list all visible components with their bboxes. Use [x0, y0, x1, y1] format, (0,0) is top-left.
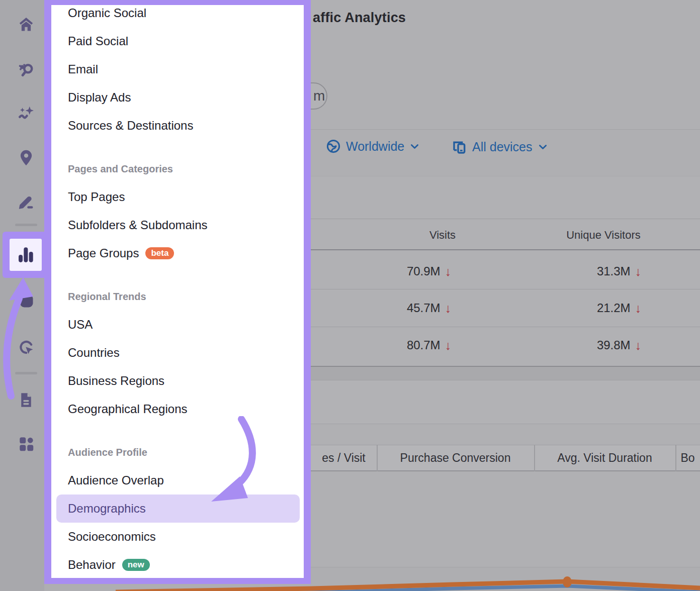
menu-item-label: Business Regions	[68, 374, 164, 388]
table-row-divider	[304, 327, 700, 327]
column-divider	[377, 445, 378, 471]
menu-item-label: Countries	[68, 346, 120, 360]
menu-item-email[interactable]: Email	[51, 55, 304, 83]
location-pin-icon	[17, 149, 35, 167]
menu-item-label: Email	[68, 62, 98, 76]
menu-item-page-groups[interactable]: Page Groups beta	[51, 239, 304, 267]
metric-value: 31.3M	[597, 264, 631, 278]
menu-item-label: Socioeconomics	[68, 530, 156, 544]
menu-item-label: Paid Social	[68, 34, 128, 48]
column-header-visits[interactable]: Visits	[392, 228, 493, 243]
menu-item-label: Organic Social	[68, 6, 146, 20]
trend-down-icon: ↓	[635, 301, 642, 316]
sidebar-item-ai[interactable]	[17, 103, 35, 121]
apps-grid-icon	[17, 435, 35, 453]
active-nav-inner	[10, 239, 42, 271]
menu-item-subfolders-subdomains[interactable]: Subfolders & Subdomains	[51, 211, 304, 239]
table-header-bottom-border	[304, 249, 700, 250]
sidebar-item-apps[interactable]	[17, 435, 35, 453]
page-title: affic Analytics	[313, 10, 406, 26]
location-filter[interactable]: Worldwide	[326, 139, 420, 154]
menu-item-label: USA	[68, 318, 93, 332]
menu-item-business-regions[interactable]: Business Regions	[51, 367, 304, 395]
menu-item-socioeconomics[interactable]: Socioeconomics	[51, 523, 304, 551]
trend-down-icon: ↓	[635, 338, 642, 353]
column-header-pages-per-visit[interactable]: es / Visit	[311, 445, 377, 471]
menu-section-label: Pages and Categories	[68, 163, 173, 175]
menu-section-label: Audience Profile	[68, 447, 147, 458]
menu-item-label: Geographical Regions	[68, 402, 187, 416]
menu-item-countries[interactable]: Countries	[51, 339, 304, 367]
new-badge: new	[122, 559, 150, 571]
metric-value: 21.2M	[597, 301, 631, 315]
menu-item-label: Page Groups	[68, 246, 139, 260]
menu-item-label: Behavior	[68, 558, 116, 572]
chevron-down-icon	[409, 141, 420, 152]
menu-item-behavior[interactable]: Behavior new	[51, 551, 304, 579]
menu-item-usa[interactable]: USA	[51, 311, 304, 339]
active-nav-highlight-traffic-analytics[interactable]	[3, 232, 49, 278]
table-row-divider	[304, 289, 700, 289]
content-pencil-icon	[17, 191, 35, 210]
domain-chip-label: m	[313, 88, 325, 104]
column-header-purchase-conversion[interactable]: Purchase Conversion	[377, 445, 534, 471]
table-header-top-border	[304, 219, 700, 219]
menu-item-label: Top Pages	[68, 190, 125, 204]
trend-down-icon: ↓	[445, 338, 452, 353]
column-divider	[675, 445, 676, 471]
seo-search-icon	[17, 61, 35, 79]
sidebar-item-content[interactable]	[17, 191, 35, 210]
menu-item-top-pages[interactable]: Top Pages	[51, 183, 304, 211]
all-devices-icon	[451, 139, 467, 155]
table-cell-unique-visitors: 39.8M ↓	[564, 337, 674, 354]
chart-point-marker[interactable]	[563, 576, 572, 587]
devices-filter-label: All devices	[472, 140, 533, 154]
sidebar-item-local[interactable]	[17, 149, 35, 167]
column-header-avg-visit-duration[interactable]: Avg. Visit Duration	[534, 445, 675, 471]
menu-item-label: Display Ads	[68, 90, 131, 105]
menu-section-regional-trends: Regional Trends	[51, 282, 304, 311]
ai-sparkles-icon	[17, 103, 35, 121]
table-cell-visits: 80.7M ↓	[374, 337, 484, 354]
globe-icon	[326, 139, 341, 154]
annotation-arrow-to-traffic-icon	[0, 276, 50, 402]
trend-down-icon: ↓	[445, 301, 452, 316]
trend-down-icon: ↓	[445, 264, 452, 279]
location-filter-label: Worldwide	[346, 139, 404, 154]
annotation-arrow-to-demographics	[199, 416, 267, 512]
chevron-down-icon	[538, 142, 548, 152]
table-cell-unique-visitors: 31.3M ↓	[564, 263, 674, 280]
home-icon	[17, 15, 35, 33]
trend-down-icon: ↓	[635, 264, 642, 279]
table-cell-visits: 70.9M ↓	[374, 263, 484, 280]
column-header-bounce-rate[interactable]: Bo	[675, 445, 700, 471]
traffic-analytics-bars-icon	[15, 244, 36, 265]
menu-section-label: Regional Trends	[68, 291, 146, 303]
table-cell-visits: 45.7M ↓	[374, 300, 484, 317]
beta-badge: beta	[145, 247, 174, 260]
metric-value: 45.7M	[407, 301, 441, 315]
sidebar-item-seo[interactable]	[17, 61, 35, 79]
menu-item-label: Demographics	[68, 502, 146, 516]
menu-section-pages-and-categories: Pages and Categories	[51, 155, 304, 183]
menu-item-label: Subfolders & Subdomains	[68, 218, 208, 232]
sidebar-item-home[interactable]	[17, 15, 35, 33]
menu-item-paid-social[interactable]: Paid Social	[51, 27, 304, 55]
column-divider	[534, 445, 535, 471]
metric-value: 70.9M	[407, 264, 441, 278]
metric-value: 39.8M	[597, 338, 631, 352]
traffic-analytics-dropdown-menu: Organic Social Paid Social Email Display…	[44, 0, 311, 584]
menu-item-display-ads[interactable]: Display Ads	[51, 83, 304, 112]
column-header-unique-visitors[interactable]: Unique Visitors	[548, 228, 659, 243]
sidebar-divider	[15, 224, 37, 226]
menu-item-sources-destinations[interactable]: Sources & Destinations	[51, 112, 304, 140]
menu-item-label: Sources & Destinations	[68, 119, 193, 133]
table-cell-unique-visitors: 21.2M ↓	[564, 300, 674, 317]
menu-item-label: Audience Overlap	[68, 473, 164, 487]
traffic-analytics-screen: affic Analytics m Worldwide All devices …	[0, 0, 700, 591]
devices-filter[interactable]: All devices	[451, 139, 548, 155]
menu-item-organic-social[interactable]: Organic Social	[51, 0, 304, 27]
metric-value: 80.7M	[407, 338, 441, 352]
